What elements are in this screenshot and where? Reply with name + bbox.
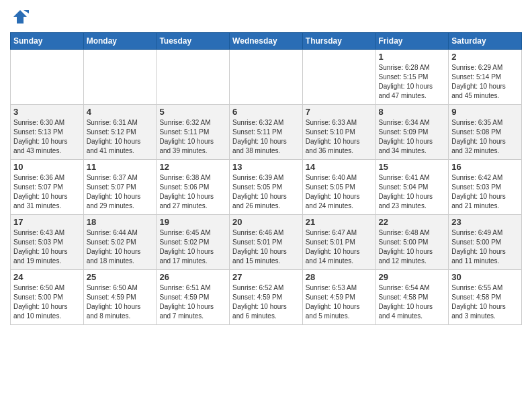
day-number: 14 bbox=[306, 162, 373, 172]
day-info: Sunrise: 6:32 AM Sunset: 5:11 PM Dayligh… bbox=[232, 119, 287, 154]
day-info: Sunrise: 6:53 AM Sunset: 4:59 PM Dayligh… bbox=[306, 284, 360, 320]
calendar-week-row: 1Sunrise: 6:28 AM Sunset: 5:15 PM Daylig… bbox=[11, 50, 522, 105]
day-info: Sunrise: 6:52 AM Sunset: 4:59 PM Dayligh… bbox=[232, 284, 287, 320]
day-info: Sunrise: 6:47 AM Sunset: 5:01 PM Dayligh… bbox=[306, 229, 360, 265]
day-info: Sunrise: 6:34 AM Sunset: 5:09 PM Dayligh… bbox=[379, 119, 433, 154]
header bbox=[10, 7, 522, 27]
day-number: 16 bbox=[451, 162, 519, 172]
day-number: 26 bbox=[159, 272, 226, 282]
day-number: 20 bbox=[232, 217, 300, 227]
day-number: 5 bbox=[159, 107, 226, 117]
day-info: Sunrise: 6:46 AM Sunset: 5:01 PM Dayligh… bbox=[232, 229, 287, 265]
calendar-cell: 15Sunrise: 6:41 AM Sunset: 5:04 PM Dayli… bbox=[375, 160, 449, 215]
day-info: Sunrise: 6:43 AM Sunset: 5:03 PM Dayligh… bbox=[13, 229, 68, 265]
logo-icon bbox=[10, 7, 30, 27]
calendar-cell bbox=[11, 50, 84, 105]
calendar-cell: 29Sunrise: 6:54 AM Sunset: 4:58 PM Dayli… bbox=[375, 270, 449, 325]
calendar-cell: 21Sunrise: 6:47 AM Sunset: 5:01 PM Dayli… bbox=[302, 215, 375, 270]
calendar-cell: 9Sunrise: 6:35 AM Sunset: 5:08 PM Daylig… bbox=[449, 105, 522, 160]
day-number: 7 bbox=[306, 107, 373, 117]
weekday-header-friday: Friday bbox=[375, 33, 449, 50]
day-info: Sunrise: 6:51 AM Sunset: 4:59 PM Dayligh… bbox=[159, 284, 214, 320]
calendar-cell: 30Sunrise: 6:55 AM Sunset: 4:58 PM Dayli… bbox=[449, 270, 522, 325]
day-number: 1 bbox=[379, 52, 446, 62]
day-info: Sunrise: 6:30 AM Sunset: 5:13 PM Dayligh… bbox=[13, 119, 68, 154]
day-info: Sunrise: 6:37 AM Sunset: 5:07 PM Dayligh… bbox=[87, 174, 141, 210]
calendar-cell: 28Sunrise: 6:53 AM Sunset: 4:59 PM Dayli… bbox=[302, 270, 375, 325]
calendar-cell: 8Sunrise: 6:34 AM Sunset: 5:09 PM Daylig… bbox=[375, 105, 449, 160]
day-info: Sunrise: 6:50 AM Sunset: 5:00 PM Dayligh… bbox=[13, 284, 68, 320]
day-number: 2 bbox=[451, 52, 519, 62]
calendar-header: SundayMondayTuesdayWednesdayThursdayFrid… bbox=[11, 33, 522, 50]
calendar-week-row: 24Sunrise: 6:50 AM Sunset: 5:00 PM Dayli… bbox=[11, 270, 522, 325]
day-number: 23 bbox=[451, 217, 519, 227]
day-info: Sunrise: 6:33 AM Sunset: 5:10 PM Dayligh… bbox=[306, 119, 360, 154]
calendar-cell: 19Sunrise: 6:45 AM Sunset: 5:02 PM Dayli… bbox=[157, 215, 230, 270]
calendar-cell: 2Sunrise: 6:29 AM Sunset: 5:14 PM Daylig… bbox=[449, 50, 522, 105]
day-info: Sunrise: 6:40 AM Sunset: 5:05 PM Dayligh… bbox=[306, 174, 360, 210]
calendar-cell: 7Sunrise: 6:33 AM Sunset: 5:10 PM Daylig… bbox=[302, 105, 375, 160]
day-number: 9 bbox=[451, 107, 519, 117]
day-number: 25 bbox=[87, 272, 154, 282]
calendar-cell: 18Sunrise: 6:44 AM Sunset: 5:02 PM Dayli… bbox=[83, 215, 157, 270]
day-number: 28 bbox=[306, 272, 373, 282]
calendar-cell: 14Sunrise: 6:40 AM Sunset: 5:05 PM Dayli… bbox=[302, 160, 375, 215]
day-number: 19 bbox=[159, 217, 226, 227]
day-info: Sunrise: 6:38 AM Sunset: 5:06 PM Dayligh… bbox=[159, 174, 214, 210]
day-info: Sunrise: 6:55 AM Sunset: 4:58 PM Dayligh… bbox=[451, 284, 506, 320]
day-number: 22 bbox=[379, 217, 446, 227]
day-info: Sunrise: 6:45 AM Sunset: 5:02 PM Dayligh… bbox=[159, 229, 214, 265]
day-number: 4 bbox=[87, 107, 154, 117]
calendar-cell: 23Sunrise: 6:49 AM Sunset: 5:00 PM Dayli… bbox=[449, 215, 522, 270]
day-number: 27 bbox=[232, 272, 300, 282]
weekday-header-row: SundayMondayTuesdayWednesdayThursdayFrid… bbox=[11, 33, 522, 50]
day-info: Sunrise: 6:39 AM Sunset: 5:05 PM Dayligh… bbox=[232, 174, 287, 210]
calendar-cell: 27Sunrise: 6:52 AM Sunset: 4:59 PM Dayli… bbox=[230, 270, 303, 325]
day-info: Sunrise: 6:49 AM Sunset: 5:00 PM Dayligh… bbox=[451, 229, 506, 265]
calendar-cell: 10Sunrise: 6:36 AM Sunset: 5:07 PM Dayli… bbox=[11, 160, 84, 215]
weekday-header-thursday: Thursday bbox=[302, 33, 375, 50]
calendar-cell: 1Sunrise: 6:28 AM Sunset: 5:15 PM Daylig… bbox=[375, 50, 449, 105]
day-number: 8 bbox=[379, 107, 446, 117]
day-number: 12 bbox=[159, 162, 226, 172]
day-info: Sunrise: 6:44 AM Sunset: 5:02 PM Dayligh… bbox=[87, 229, 141, 265]
day-number: 24 bbox=[13, 272, 81, 282]
day-number: 6 bbox=[232, 107, 300, 117]
day-number: 11 bbox=[87, 162, 154, 172]
weekday-header-sunday: Sunday bbox=[11, 33, 84, 50]
day-number: 13 bbox=[232, 162, 300, 172]
day-number: 29 bbox=[379, 272, 446, 282]
logo bbox=[10, 7, 33, 27]
calendar-cell bbox=[157, 50, 230, 105]
calendar-cell: 24Sunrise: 6:50 AM Sunset: 5:00 PM Dayli… bbox=[11, 270, 84, 325]
weekday-header-wednesday: Wednesday bbox=[230, 33, 303, 50]
calendar-cell: 12Sunrise: 6:38 AM Sunset: 5:06 PM Dayli… bbox=[157, 160, 230, 215]
day-info: Sunrise: 6:32 AM Sunset: 5:11 PM Dayligh… bbox=[159, 119, 214, 154]
day-number: 30 bbox=[451, 272, 519, 282]
day-info: Sunrise: 6:28 AM Sunset: 5:15 PM Dayligh… bbox=[379, 64, 433, 99]
calendar-table: SundayMondayTuesdayWednesdayThursdayFrid… bbox=[10, 32, 522, 325]
day-info: Sunrise: 6:41 AM Sunset: 5:04 PM Dayligh… bbox=[379, 174, 433, 210]
calendar-week-row: 10Sunrise: 6:36 AM Sunset: 5:07 PM Dayli… bbox=[11, 160, 522, 215]
calendar-cell: 3Sunrise: 6:30 AM Sunset: 5:13 PM Daylig… bbox=[11, 105, 84, 160]
day-number: 21 bbox=[306, 217, 373, 227]
calendar-cell: 5Sunrise: 6:32 AM Sunset: 5:11 PM Daylig… bbox=[157, 105, 230, 160]
day-info: Sunrise: 6:48 AM Sunset: 5:00 PM Dayligh… bbox=[379, 229, 433, 265]
calendar-cell bbox=[83, 50, 157, 105]
calendar-cell: 11Sunrise: 6:37 AM Sunset: 5:07 PM Dayli… bbox=[83, 160, 157, 215]
calendar-cell: 13Sunrise: 6:39 AM Sunset: 5:05 PM Dayli… bbox=[230, 160, 303, 215]
day-info: Sunrise: 6:50 AM Sunset: 4:59 PM Dayligh… bbox=[87, 284, 141, 320]
day-number: 18 bbox=[87, 217, 154, 227]
calendar-cell: 20Sunrise: 6:46 AM Sunset: 5:01 PM Dayli… bbox=[230, 215, 303, 270]
calendar-body: 1Sunrise: 6:28 AM Sunset: 5:15 PM Daylig… bbox=[11, 50, 522, 325]
day-info: Sunrise: 6:31 AM Sunset: 5:12 PM Dayligh… bbox=[87, 119, 141, 154]
calendar-week-row: 17Sunrise: 6:43 AM Sunset: 5:03 PM Dayli… bbox=[11, 215, 522, 270]
day-info: Sunrise: 6:35 AM Sunset: 5:08 PM Dayligh… bbox=[451, 119, 506, 154]
weekday-header-saturday: Saturday bbox=[449, 33, 522, 50]
calendar-cell: 6Sunrise: 6:32 AM Sunset: 5:11 PM Daylig… bbox=[230, 105, 303, 160]
calendar-cell: 26Sunrise: 6:51 AM Sunset: 4:59 PM Dayli… bbox=[157, 270, 230, 325]
calendar-cell bbox=[302, 50, 375, 105]
day-info: Sunrise: 6:54 AM Sunset: 4:58 PM Dayligh… bbox=[379, 284, 433, 320]
calendar-cell: 22Sunrise: 6:48 AM Sunset: 5:00 PM Dayli… bbox=[375, 215, 449, 270]
day-number: 10 bbox=[13, 162, 81, 172]
